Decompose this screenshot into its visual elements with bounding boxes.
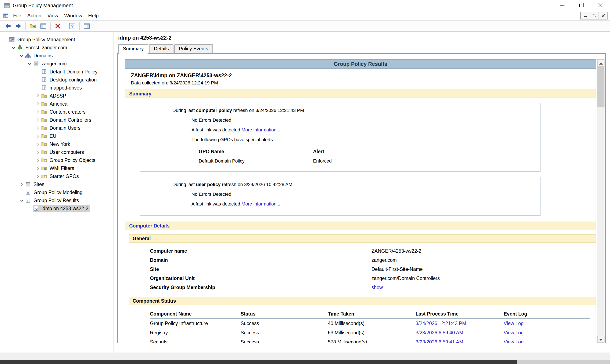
chevron-collapsed-icon[interactable]: [35, 134, 41, 138]
summary-band[interactable]: Summary: [125, 90, 596, 98]
tab-details[interactable]: Details: [149, 44, 173, 53]
last-process-time-link[interactable]: 3/23/2026 6:59:41 AM: [416, 339, 504, 343]
last-process-time-link[interactable]: 3/23/2026 6:59:40 AM: [416, 330, 504, 336]
scrollbar-thumb[interactable]: [597, 66, 605, 107]
tree-item-adssp[interactable]: ADSSP: [0, 92, 113, 100]
tree-item-hit-area[interactable]: Group Policy Management: [9, 36, 77, 43]
scroll-down-button[interactable]: [597, 336, 605, 343]
tree-item-hit-area[interactable]: idmp on 4253-ws22-2: [33, 205, 90, 212]
tree-item-hit-area[interactable]: Domain Users: [41, 124, 82, 132]
tree-item-domain-users[interactable]: Domain Users: [0, 124, 113, 132]
tree-item-hit-area[interactable]: User computers: [41, 149, 86, 156]
tree-item-hit-area[interactable]: Forest: zanger.com: [16, 44, 69, 51]
chevron-expanded-icon[interactable]: [19, 198, 25, 202]
tree-item-hit-area[interactable]: Default Domain Policy: [41, 68, 99, 75]
tree-item-hit-area[interactable]: Domains: [25, 52, 54, 59]
tree-item-idmp-on-4253-ws22-2[interactable]: idmp on 4253-ws22-2: [0, 204, 113, 212]
menu-file[interactable]: File: [10, 12, 24, 20]
tree-item-wmi-filters[interactable]: WMI Filters: [0, 164, 113, 172]
tree-item-starter-gpos[interactable]: Starter GPOs: [0, 172, 113, 180]
maximize-button[interactable]: [572, 0, 591, 11]
chevron-expanded-icon[interactable]: [19, 54, 25, 58]
tree-item-new-york[interactable]: New York: [0, 140, 113, 148]
tree-item-hit-area[interactable]: Group Policy Objects: [41, 156, 97, 164]
tree-item-mapped-drives[interactable]: mapped-drives: [0, 84, 113, 92]
show-action-pane-button[interactable]: [81, 21, 92, 31]
chevron-expanded-icon[interactable]: [11, 46, 16, 50]
computer-details-band[interactable]: Computer Details: [125, 221, 596, 230]
tree-item-hit-area[interactable]: Domain Controllers: [41, 117, 93, 124]
tree-item-hit-area[interactable]: New York: [41, 141, 72, 148]
chevron-collapsed-icon[interactable]: [35, 142, 41, 146]
view-log-link[interactable]: View Log: [504, 330, 590, 336]
tree-item-hit-area[interactable]: EU: [41, 132, 58, 140]
tree-item-hit-area[interactable]: Group Policy Modeling: [25, 189, 84, 196]
close-button[interactable]: [591, 0, 610, 11]
tree-item-zanger-com[interactable]: zanger.com: [0, 60, 113, 68]
chevron-collapsed-icon[interactable]: [35, 118, 41, 122]
tree-item-sites[interactable]: Sites: [0, 180, 113, 188]
tree-item-domains[interactable]: Domains: [0, 52, 113, 60]
tree-item-content-creators[interactable]: Content creators: [0, 108, 113, 116]
forward-button[interactable]: [13, 21, 24, 31]
menu-window[interactable]: Window: [61, 12, 85, 20]
tree-item-forest-zanger-com[interactable]: Forest: zanger.com: [0, 44, 113, 52]
tree-item-desktop-configuration[interactable]: Desktop configuration: [0, 76, 113, 84]
help-button[interactable]: ?: [67, 21, 78, 31]
tree-item-hit-area[interactable]: Starter GPOs: [41, 173, 81, 180]
export-list-button[interactable]: [27, 21, 38, 31]
component-table-header-status: Status: [241, 311, 328, 317]
menu-view[interactable]: View: [44, 12, 61, 20]
tree-item-hit-area[interactable]: zanger.com: [33, 60, 68, 67]
tree-item-group-policy-modeling[interactable]: Group Policy Modeling: [0, 188, 113, 196]
view-log-link[interactable]: View Log: [504, 321, 590, 326]
general-band[interactable]: General: [129, 234, 596, 243]
show-console-tree-button[interactable]: [38, 21, 49, 31]
tree-item-hit-area[interactable]: America: [41, 100, 69, 107]
tree-item-user-computers[interactable]: User computers: [0, 148, 113, 156]
show-link[interactable]: show: [371, 283, 383, 292]
report-scrollbar[interactable]: [597, 59, 605, 343]
minimize-button[interactable]: [553, 0, 572, 11]
tab-summary[interactable]: Summary: [118, 44, 148, 54]
mdi-restore-button[interactable]: [590, 12, 598, 19]
tree-item-hit-area[interactable]: WMI Filters: [41, 165, 76, 172]
tree-item-hit-area[interactable]: Desktop configuration: [41, 76, 98, 83]
tree-item-hit-area[interactable]: Sites: [25, 181, 46, 188]
chevron-collapsed-icon[interactable]: [35, 110, 41, 114]
tree-item-group-policy-results[interactable]: Group Policy Results: [0, 196, 113, 204]
tree-item-hit-area[interactable]: mapped-drives: [41, 84, 83, 91]
component-status-band[interactable]: Component Status: [129, 297, 596, 305]
mdi-minimize-button[interactable]: [581, 12, 590, 19]
view-log-link[interactable]: View Log: [504, 339, 590, 343]
tree-item-hit-area[interactable]: Group Policy Results: [25, 197, 81, 204]
tree-item-domain-controllers[interactable]: Domain Controllers: [0, 116, 113, 124]
chevron-expanded-icon[interactable]: [27, 62, 33, 65]
scroll-up-button[interactable]: [597, 59, 605, 66]
menu-action[interactable]: Action: [24, 12, 44, 20]
chevron-collapsed-icon[interactable]: [35, 102, 41, 106]
tree-item-group-policy-objects[interactable]: Group Policy Objects: [0, 156, 113, 164]
tree-item-america[interactable]: America: [0, 100, 113, 108]
delete-button[interactable]: [53, 21, 63, 31]
menu-help[interactable]: Help: [85, 12, 101, 20]
chevron-collapsed-icon[interactable]: [35, 150, 41, 154]
chevron-collapsed-icon[interactable]: [35, 158, 41, 162]
scrollbar-track[interactable]: [597, 66, 605, 336]
tab-policy-events[interactable]: Policy Events: [174, 44, 213, 53]
more-information-link[interactable]: More information...: [242, 127, 280, 132]
chevron-collapsed-icon[interactable]: [35, 94, 41, 98]
tree-item-group-policy-management[interactable]: Group Policy Management: [0, 36, 113, 44]
chevron-collapsed-icon[interactable]: [35, 126, 41, 130]
tree-item-hit-area[interactable]: ADSSP: [41, 92, 68, 100]
tree-item-eu[interactable]: EU: [0, 132, 113, 140]
chevron-collapsed-icon[interactable]: [35, 166, 41, 170]
last-process-time-link[interactable]: 3/24/2026 12:21:43 PM: [416, 321, 504, 326]
chevron-collapsed-icon[interactable]: [35, 174, 41, 178]
more-information-link[interactable]: More information...: [242, 201, 280, 207]
back-button[interactable]: [2, 21, 13, 31]
tree-item-hit-area[interactable]: Content creators: [41, 108, 87, 116]
chevron-collapsed-icon[interactable]: [19, 182, 25, 186]
tree-item-default-domain-policy[interactable]: Default Domain Policy: [0, 68, 113, 76]
mdi-close-button[interactable]: [598, 12, 608, 19]
